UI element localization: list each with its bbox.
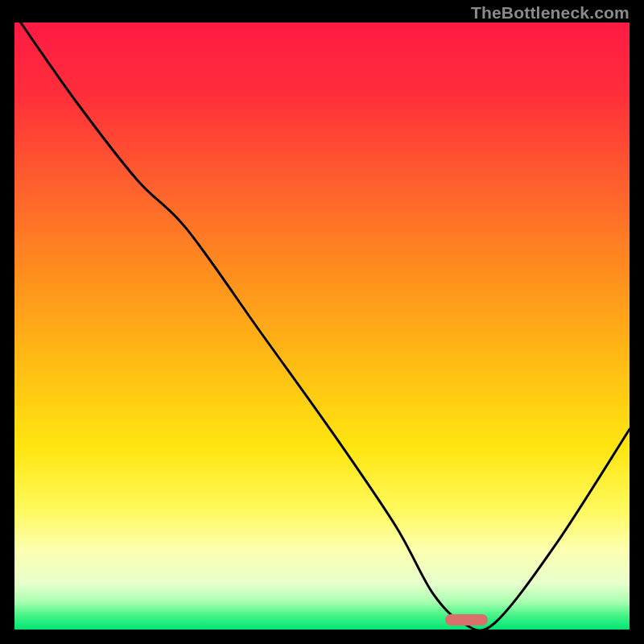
watermark-text: TheBottleneck.com xyxy=(471,3,630,23)
gradient-background xyxy=(14,23,630,630)
chart-frame xyxy=(14,23,630,630)
optimal-marker xyxy=(445,614,488,625)
bottleneck-chart xyxy=(14,23,630,630)
